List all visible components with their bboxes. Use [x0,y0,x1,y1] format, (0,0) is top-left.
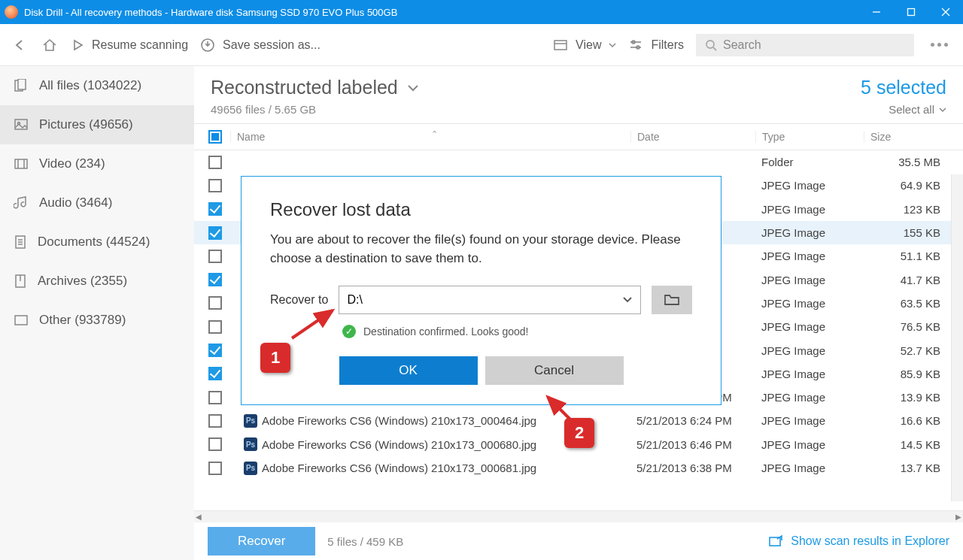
chevron-down-icon [622,296,633,304]
table-header: Name⌃ Date Type Size [194,123,963,150]
browse-button[interactable] [652,286,692,314]
file-type: JPEG Image [755,344,864,357]
svg-rect-26 [15,316,27,325]
sidebar-item-label: Documents (44524) [38,235,150,250]
chevron-down-icon [407,83,419,92]
row-checkbox[interactable] [208,320,222,334]
sidebar-item-label: Audio (3464) [39,195,112,210]
sidebar-item-files[interactable]: All files (1034022) [0,66,194,105]
ps-icon: Ps [244,437,257,451]
ps-icon: Ps [244,414,257,428]
back-button[interactable] [11,36,29,54]
select-all-checkbox[interactable] [208,130,222,144]
row-checkbox[interactable] [208,462,222,475]
row-checkbox[interactable] [208,391,222,404]
file-type: JPEG Image [755,320,864,333]
sidebar-item-audio[interactable]: Audio (3464) [0,183,194,222]
audio-icon [14,195,29,210]
sidebar-item-label: All files (1034022) [39,78,141,93]
file-type: JPEG Image [755,462,864,474]
row-checkbox[interactable] [208,250,222,263]
explorer-link-label: Show scan results in Explorer [791,534,949,548]
resume-label: Resume scanning [92,38,188,52]
show-in-explorer-link[interactable]: Show scan results in Explorer [768,534,949,548]
category-title: Reconstructed labeled [211,77,398,98]
row-checkbox[interactable] [208,296,222,310]
column-date[interactable]: Date [630,131,755,143]
home-button[interactable] [41,36,59,54]
file-date: 5/21/2013 6:46 PM [630,438,755,451]
ps-icon: Ps [244,462,257,475]
row-checkbox[interactable] [208,367,222,380]
row-checkbox[interactable] [208,344,222,357]
ok-button[interactable]: OK [339,356,478,385]
file-size: 63.5 KB [864,297,951,310]
toolbar: Resume scanning Save session as... View … [0,24,963,66]
check-icon: ✓ [342,325,356,338]
svg-rect-15 [15,120,27,129]
file-size: 41.7 KB [864,274,951,286]
resume-scan-button[interactable]: Resume scanning [71,38,188,52]
destination-select[interactable]: D:\ [339,286,641,314]
vertical-scrollbar[interactable] [951,174,963,501]
close-button[interactable] [928,0,963,24]
svg-point-11 [706,41,714,48]
column-size[interactable]: Size [864,131,951,143]
sidebar-item-other[interactable]: Other (933789) [0,301,194,340]
search-placeholder: Search [723,38,761,52]
maximize-button[interactable] [894,0,928,24]
file-size: 123 KB [864,203,951,216]
row-checkbox[interactable] [208,202,222,216]
destination-confirmed: ✓ Destination confirmed. Looks good! [342,325,692,338]
footer: Recover 5 files / 459 KB Show scan resul… [194,522,963,560]
row-checkbox[interactable] [208,273,222,286]
sidebar-item-label: Pictures (49656) [39,117,133,132]
view-dropdown[interactable]: View [553,38,616,52]
horizontal-scrollbar[interactable]: ◀▶ [194,510,963,522]
destination-value: D:\ [347,293,362,307]
recover-dialog: Recover lost data You are about to recov… [241,176,721,405]
sidebar-item-archives[interactable]: Archives (2355) [0,262,194,301]
svg-rect-17 [15,159,27,168]
cancel-button[interactable]: Cancel [485,356,624,385]
filters-button[interactable]: Filters [628,38,684,52]
docs-icon [14,235,27,250]
file-type: JPEG Image [755,179,864,192]
more-button[interactable] [926,43,952,47]
file-type: JPEG Image [755,438,864,451]
file-type: JPEG Image [755,250,864,262]
sidebar-item-video[interactable]: Video (234) [0,144,194,183]
table-row[interactable]: Folder35.5 MB [194,150,963,174]
sidebar-item-pictures[interactable]: Pictures (49656) [0,105,194,144]
file-type: JPEG Image [755,391,864,404]
titlebar: Disk Drill - All recovery methods - Hard… [0,0,963,24]
confirm-text: Destination confirmed. Looks good! [363,325,528,338]
annotation-1: 1 [260,343,290,373]
row-checkbox[interactable] [208,156,222,169]
row-checkbox[interactable] [208,414,222,428]
column-name[interactable]: Name⌃ [230,131,630,143]
file-type: Folder [755,156,864,168]
dialog-title: Recover lost data [270,199,692,220]
recover-button[interactable]: Recover [208,527,315,555]
file-size: 155 KB [864,226,951,239]
row-checkbox[interactable] [208,226,222,240]
minimize-button[interactable] [859,0,894,24]
file-size: 64.9 KB [864,179,951,192]
row-checkbox[interactable] [208,437,222,451]
search-input[interactable]: Search [696,34,914,56]
file-size: 85.9 KB [864,368,951,380]
files-icon [14,79,29,92]
select-all-label: Select all [889,103,934,116]
sidebar-item-label: Video (234) [39,156,105,171]
select-all-button[interactable]: Select all [861,103,946,116]
sidebar-item-docs[interactable]: Documents (44524) [0,222,194,262]
file-type: JPEG Image [755,226,864,239]
sidebar: All files (1034022)Pictures (49656)Video… [0,66,194,560]
row-checkbox[interactable] [208,179,222,192]
save-session-button[interactable]: Save session as... [200,38,320,53]
table-row[interactable]: PsAdobe Fireworks CS6 (Windows) 210x173_… [194,456,963,480]
column-type[interactable]: Type [755,131,864,143]
file-type: JPEG Image [755,368,864,380]
category-dropdown[interactable]: Reconstructed labeled [211,77,419,98]
